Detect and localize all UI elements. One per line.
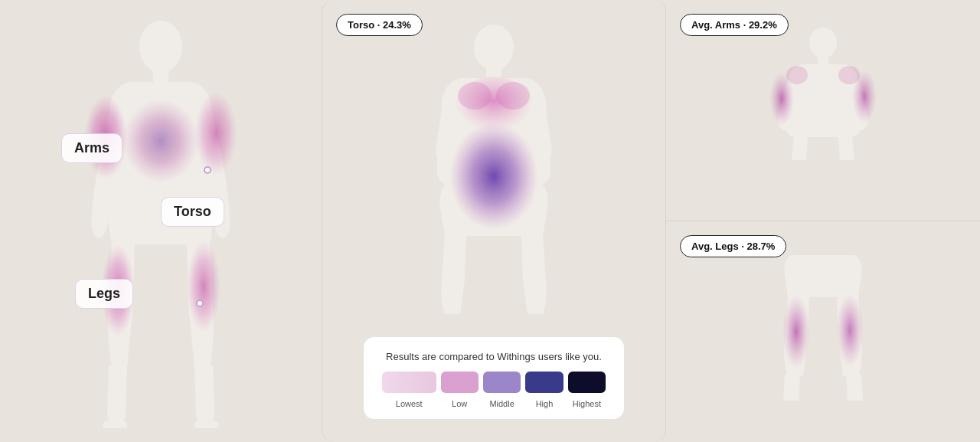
legend-swatches xyxy=(382,372,606,393)
svg-point-0 xyxy=(139,21,182,73)
right-panel-top: Avg. Arms · 29.2% xyxy=(666,0,980,221)
right-arms-svg xyxy=(746,26,900,195)
legs-label: Legs xyxy=(75,279,133,309)
right-legs-figure xyxy=(746,247,900,416)
swatch-high xyxy=(525,372,563,393)
svg-rect-1 xyxy=(153,68,168,83)
svg-point-12 xyxy=(449,123,538,230)
arms-label: Arms xyxy=(61,133,122,163)
torso-badge: Torso · 24.3% xyxy=(336,14,423,36)
swatch-middle xyxy=(483,372,521,393)
svg-point-15 xyxy=(809,28,837,58)
svg-rect-16 xyxy=(818,55,828,64)
swatch-low xyxy=(441,372,479,393)
legend-labels: Lowest Low Middle High Highest xyxy=(382,399,606,408)
right-panel-bottom: Avg. Legs · 28.7% xyxy=(666,221,980,442)
svg-point-14 xyxy=(496,82,530,110)
middle-body-svg xyxy=(394,23,593,329)
svg-point-9 xyxy=(474,25,514,70)
legend-title: Results are compared to Withings users l… xyxy=(382,351,606,362)
swatch-lowest xyxy=(382,372,436,393)
left-panel: Arms Torso Legs xyxy=(0,0,322,442)
svg-point-19 xyxy=(786,66,808,84)
avg-legs-badge: Avg. Legs · 28.7% xyxy=(680,235,786,257)
svg-point-13 xyxy=(458,82,492,110)
middle-body-figure xyxy=(394,23,593,329)
legend-label-lowest: Lowest xyxy=(382,399,436,408)
legend-label-middle: Middle xyxy=(483,399,521,408)
legs-dot xyxy=(196,300,204,307)
middle-panel: Torso · 24.3% xyxy=(322,0,666,442)
legend-label-low: Low xyxy=(441,399,479,408)
torso-dot xyxy=(204,166,211,174)
svg-point-22 xyxy=(836,293,864,367)
svg-point-20 xyxy=(838,66,860,84)
right-panel: Avg. Arms · 29.2% xyxy=(666,0,980,442)
swatch-highest xyxy=(568,372,606,393)
right-legs-svg xyxy=(746,247,900,416)
torso-label: Torso xyxy=(161,197,224,227)
avg-arms-badge: Avg. Arms · 29.2% xyxy=(680,14,789,36)
right-arms-figure xyxy=(746,26,900,195)
legend-label-high: High xyxy=(525,399,563,408)
body-figure-left: Arms Torso Legs xyxy=(54,15,268,428)
legend-box: Results are compared to Withings users l… xyxy=(364,337,624,419)
svg-point-21 xyxy=(782,295,810,368)
legend-label-highest: Highest xyxy=(568,399,606,408)
